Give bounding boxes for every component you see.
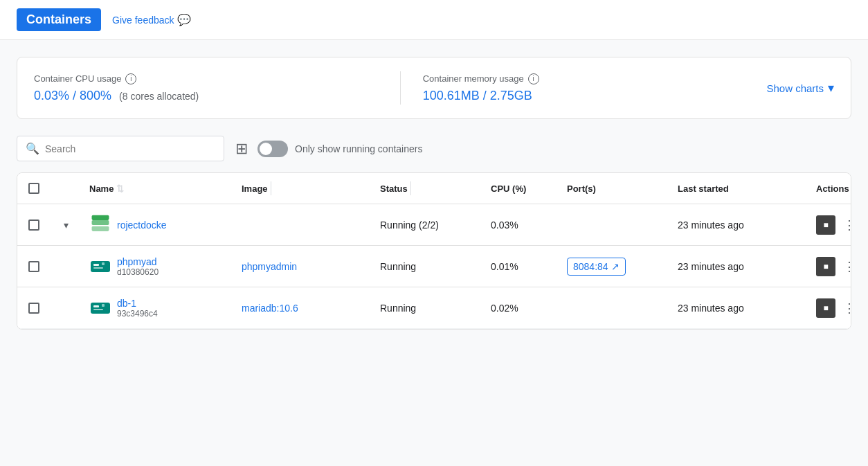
external-link-icon: ↗ <box>611 261 620 272</box>
row-actions-cell: ■ ⋮ 🗑 <box>811 250 851 283</box>
row-name-cell: phpmyad d10380620 <box>84 249 236 285</box>
row-checkbox-cell <box>23 296 53 321</box>
container-name-link[interactable]: db-1 <box>117 298 158 309</box>
row-name-cell: rojectdocke <box>84 207 236 243</box>
header-cpu: CPU (%) <box>485 175 561 202</box>
row-actions-cell: ■ ⋮ 🗑 <box>811 208 851 242</box>
image-link[interactable]: phpmyadmin <box>242 261 297 272</box>
container-name-block: phpmyad d10380620 <box>117 256 159 277</box>
svg-rect-1 <box>92 226 109 231</box>
container-name-link[interactable]: phpmyad <box>117 256 159 267</box>
cpu-metric-label: Container CPU usage <box>34 73 121 84</box>
more-options-button[interactable]: ⋮ <box>840 298 851 318</box>
row-checkbox[interactable] <box>28 303 39 314</box>
svg-rect-7 <box>91 303 110 314</box>
row-status-cell: Running <box>374 296 485 321</box>
feedback-icon: 💬 <box>177 13 191 26</box>
main-content: Container CPU usage i 0.03% / 800% (8 co… <box>0 40 868 346</box>
container-icon <box>89 297 111 319</box>
header-name: Name ⇅ <box>84 175 236 202</box>
show-charts-label: Show charts <box>766 82 824 94</box>
search-input[interactable] <box>45 143 215 154</box>
chevron-down-icon: ▾ <box>828 80 834 96</box>
header-actions: Actions <box>811 175 851 202</box>
svg-rect-10 <box>102 304 105 307</box>
row-image-cell: mariadb:10.6 <box>236 296 374 321</box>
running-toggle-container: Only show running containers <box>257 141 422 157</box>
svg-rect-2 <box>92 215 109 219</box>
port-badge: 8084:84 ↗ <box>567 258 626 276</box>
row-status-cell: Running <box>374 254 485 279</box>
header-last-started: Last started <box>672 175 811 202</box>
table-header: Name ⇅ Image Status CPU (%) Port(s) Last… <box>17 173 851 204</box>
stop-button[interactable]: ■ <box>816 298 835 318</box>
row-expand-cell <box>53 260 84 274</box>
stop-button[interactable]: ■ <box>816 215 835 235</box>
feedback-label: Give feedback <box>112 15 174 26</box>
feedback-link[interactable]: Give feedback 💬 <box>112 13 191 26</box>
containers-table: Name ⇅ Image Status CPU (%) Port(s) Last… <box>17 172 851 330</box>
header-checkbox-col <box>23 174 53 202</box>
toolbar: 🔍 ⊞ Only show running containers <box>17 136 851 161</box>
grid-view-icon[interactable]: ⊞ <box>235 140 246 158</box>
stop-icon: ■ <box>823 220 828 230</box>
col-divider-2 <box>410 181 411 195</box>
row-cpu-cell: 0.02% <box>485 296 561 321</box>
row-image-cell: phpmyadmin <box>236 254 374 279</box>
row-checkbox-cell <box>23 254 53 279</box>
more-options-button[interactable]: ⋮ <box>840 257 851 276</box>
row-checkbox[interactable] <box>28 261 39 272</box>
svg-rect-3 <box>91 261 110 272</box>
top-bar: Containers Give feedback 💬 <box>0 0 868 40</box>
memory-metric-value: 100.61MB / 2.75GB <box>423 89 767 103</box>
row-image-cell <box>236 218 374 232</box>
page-title: Containers <box>17 8 101 31</box>
row-expand-cell <box>53 301 84 315</box>
expand-button[interactable]: ▾ <box>59 218 73 232</box>
metrics-card: Container CPU usage i 0.03% / 800% (8 co… <box>17 57 851 119</box>
col-divider <box>271 181 271 195</box>
container-name-block: db-1 93c3496c4 <box>117 298 158 319</box>
container-icon <box>89 256 111 278</box>
cpu-info-icon[interactable]: i <box>125 73 136 84</box>
row-actions-cell: ■ ⋮ 🗑 <box>811 292 851 325</box>
row-last-started-cell: 23 minutes ago <box>672 296 811 321</box>
memory-metric: Container memory usage i 100.61MB / 2.75… <box>423 73 767 103</box>
row-checkbox[interactable] <box>28 219 39 231</box>
row-last-started-cell: 23 minutes ago <box>672 254 811 279</box>
toggle-slider <box>257 141 288 157</box>
toggle-label: Only show running containers <box>295 143 422 154</box>
search-box: 🔍 <box>17 136 224 161</box>
row-ports-cell: 8084:84 ↗ <box>561 251 672 283</box>
show-charts-button[interactable]: Show charts ▾ <box>766 80 834 96</box>
row-cpu-cell: 0.01% <box>485 254 561 279</box>
header-expand-col <box>53 180 84 197</box>
header-checkbox[interactable] <box>28 183 39 194</box>
image-link[interactable]: mariadb:10.6 <box>242 303 298 314</box>
row-expand-cell: ▾ <box>53 211 84 239</box>
svg-rect-0 <box>92 219 109 224</box>
more-options-button[interactable]: ⋮ <box>840 215 851 235</box>
svg-rect-6 <box>102 262 105 265</box>
row-name-cell: db-1 93c3496c4 <box>84 290 236 326</box>
container-name-link[interactable]: rojectdocke <box>117 219 167 231</box>
search-icon: 🔍 <box>26 142 39 155</box>
table-row: db-1 93c3496c4 mariadb:10.6 Running 0.02… <box>17 287 851 329</box>
stop-button[interactable]: ■ <box>816 257 835 276</box>
table-row: phpmyad d10380620 phpmyadmin Running 0.0… <box>17 246 851 287</box>
row-status-cell: Running (2/2) <box>374 213 485 238</box>
port-link[interactable]: 8084:84 <box>573 261 608 272</box>
header-status: Status <box>374 173 485 204</box>
svg-rect-8 <box>93 305 99 307</box>
running-toggle[interactable] <box>257 141 288 157</box>
svg-rect-5 <box>93 267 103 269</box>
row-ports-cell <box>561 301 672 315</box>
row-cpu-cell: 0.03% <box>485 213 561 238</box>
svg-rect-9 <box>93 309 103 310</box>
header-ports: Port(s) <box>561 175 672 202</box>
row-checkbox-cell <box>23 213 53 238</box>
cpu-metric: Container CPU usage i 0.03% / 800% (8 co… <box>34 73 378 103</box>
metric-divider <box>400 71 401 105</box>
stop-icon: ■ <box>823 262 828 271</box>
memory-info-icon[interactable]: i <box>528 73 539 84</box>
